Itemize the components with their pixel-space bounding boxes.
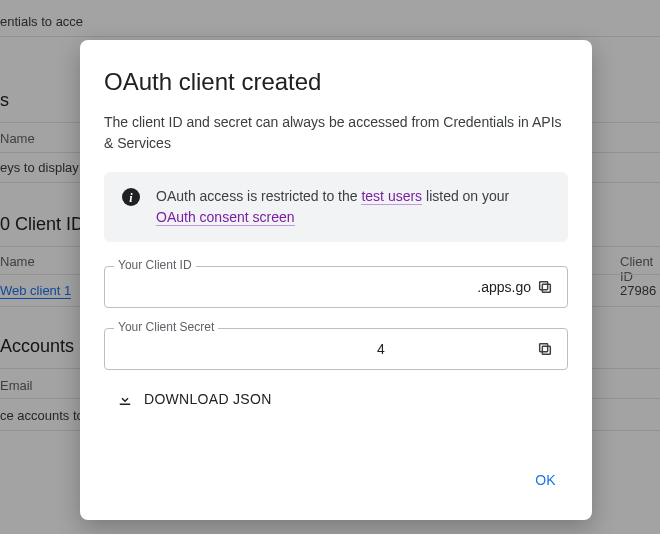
client-id-suffix: .apps.go	[477, 279, 531, 295]
consent-screen-link[interactable]: OAuth consent screen	[156, 209, 295, 226]
client-id-field: Your Client ID .apps.go	[104, 266, 568, 308]
info-icon	[122, 188, 140, 206]
download-icon	[116, 390, 134, 408]
svg-rect-0	[542, 284, 550, 292]
copy-icon	[537, 279, 553, 295]
download-json-label: DOWNLOAD JSON	[144, 391, 272, 407]
svg-rect-1	[540, 282, 548, 290]
ok-button[interactable]: OK	[523, 464, 568, 496]
client-secret-suffix: 4	[377, 341, 531, 357]
dialog-title: OAuth client created	[104, 68, 568, 96]
notice-text-pre: OAuth access is restricted to the	[156, 188, 361, 204]
svg-rect-2	[542, 346, 550, 354]
svg-rect-3	[540, 344, 548, 352]
client-secret-label: Your Client Secret	[114, 320, 218, 334]
download-json-button[interactable]: DOWNLOAD JSON	[116, 390, 568, 408]
notice-text-mid: listed on your	[422, 188, 509, 204]
copy-client-secret-button[interactable]	[531, 335, 559, 363]
client-secret-field: Your Client Secret 4	[104, 328, 568, 370]
client-id-label: Your Client ID	[114, 258, 196, 272]
dialog-intro: The client ID and secret can always be a…	[104, 112, 568, 154]
copy-client-id-button[interactable]	[531, 273, 559, 301]
oauth-created-dialog: OAuth client created The client ID and s…	[80, 40, 592, 520]
test-users-link[interactable]: test users	[361, 188, 422, 205]
restriction-notice: OAuth access is restricted to the test u…	[104, 172, 568, 242]
copy-icon	[537, 341, 553, 357]
